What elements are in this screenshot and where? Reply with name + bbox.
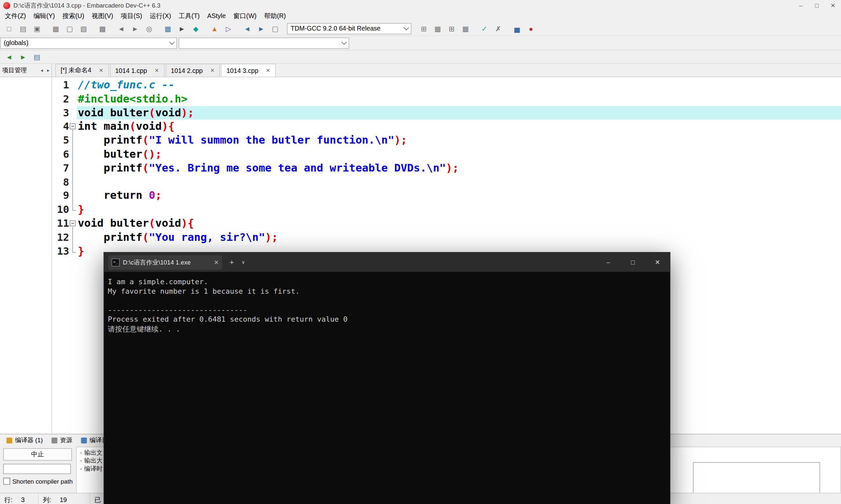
menu-item-6[interactable]: 工具(T) [175, 11, 203, 22]
maximize-button[interactable]: □ [809, 0, 825, 11]
project-panel[interactable] [0, 77, 52, 434]
collapse-marker[interactable]: - [80, 457, 82, 464]
dropdown-arrow-icon[interactable] [401, 23, 411, 34]
menu-item-5[interactable]: 运行(X) [146, 11, 175, 22]
terminal-tab[interactable]: >_ D:\c语言作业\1014 1.exe ✕ [108, 255, 222, 269]
toolbar-left-groups: □▤▣▦▢▧▩◄►◎▦►◆▲▷◄►▢ [2, 22, 287, 35]
dropdown-arrow-icon[interactable] [339, 38, 348, 48]
shorten-path-row: Shorten compiler path [3, 478, 73, 485]
code-line: 7 printf("Yes. Bring me some tea and wri… [52, 161, 841, 175]
editor-tab-0[interactable]: [*] 未命名4✕ [55, 64, 109, 76]
goto-forward-button[interactable]: ► [254, 22, 268, 35]
tab-compiler[interactable]: 编译器 (1) [2, 434, 47, 447]
terminal-output[interactable]: I am a simple.computer.My favorite numbe… [104, 272, 670, 334]
code-text: } [76, 203, 841, 217]
menu-item-3[interactable]: 视图(V) [88, 11, 117, 22]
code-line: 8 [52, 175, 841, 189]
code-line: 9 return 0; [52, 189, 841, 203]
code-token: ); [446, 161, 459, 174]
dropdown-arrow-icon[interactable] [167, 38, 177, 48]
run-button[interactable]: ► [175, 22, 189, 35]
window-layout-2-button[interactable]: ▦ [431, 22, 444, 35]
status-line: 行: 3 [0, 493, 39, 504]
fold-collapse-icon[interactable] [70, 124, 76, 129]
tab-close-icon[interactable]: ✕ [210, 68, 215, 74]
compiler-select[interactable]: TDM-GCC 9.2.0 64-bit Release [287, 23, 411, 34]
rebuild-button[interactable]: ▲ [208, 22, 221, 35]
menu-item-0[interactable]: 文件(Z) [1, 11, 30, 22]
tab-row: 项目管理 ◂ ▸ [*] 未命名4✕1014 1.cpp✕1014 2.cpp✕… [0, 64, 841, 77]
browser-toolbar: ◄►▤ [0, 50, 841, 64]
tab-close-icon[interactable]: ✕ [99, 68, 104, 74]
terminal-maximize-button[interactable]: □ [621, 253, 645, 272]
scroll-left-icon[interactable]: ◂ [39, 68, 46, 73]
browser-forward-button[interactable]: ► [16, 50, 30, 63]
new-file-button[interactable]: □ [2, 22, 16, 35]
browser-list-button[interactable]: ▤ [30, 50, 44, 63]
terminal-line: -------------------------------- [108, 306, 670, 315]
debug-button[interactable]: ▷ [221, 22, 235, 35]
member-select[interactable] [178, 37, 349, 48]
compile-run-button[interactable]: ◆ [189, 22, 202, 35]
new-tab-button[interactable]: + [229, 258, 234, 267]
fold-margin [69, 203, 77, 217]
find-button[interactable]: ◎ [142, 22, 156, 35]
terminal-close-button[interactable]: ✕ [645, 253, 670, 272]
menu-item-8[interactable]: 窗口(W) [230, 11, 261, 22]
menu-item-9[interactable]: 帮助(R) [260, 11, 289, 22]
code-token: printf [78, 134, 143, 146]
save-file-button[interactable]: ▣ [30, 22, 44, 35]
undo-button[interactable]: ◄ [114, 22, 128, 35]
fold-collapse-icon[interactable] [70, 220, 76, 227]
resources-tab-label: 资源 [60, 436, 72, 444]
compiler-progress-field[interactable] [3, 464, 71, 474]
menu-item-7[interactable]: AStyle [203, 11, 229, 22]
minimize-button[interactable]: – [793, 0, 809, 11]
globals-select[interactable]: (globals) [0, 37, 177, 48]
scroll-right-icon[interactable]: ▸ [45, 68, 52, 73]
abort-compilation-button[interactable]: ✗ [491, 22, 505, 35]
abort-button[interactable]: 中止 [3, 448, 72, 461]
window-layout-3-button[interactable]: ⊞ [445, 22, 459, 35]
terminal-tab-close-icon[interactable]: ✕ [214, 258, 219, 266]
editor-tab-1[interactable]: 1014 1.cpp✕ [110, 64, 164, 76]
browser-back-button[interactable]: ◄ [2, 50, 16, 63]
menu-item-2[interactable]: 搜索(U) [58, 11, 88, 22]
close-button[interactable]: ✕ [825, 0, 841, 11]
window-title: D:\c语言作业\1014 3.cpp - Embarcadero Dev-C+… [14, 1, 160, 9]
code-line: 6 bulter(); [52, 147, 841, 161]
close-file-button[interactable]: ▢ [63, 22, 76, 35]
save-all-button[interactable]: ▦ [49, 22, 63, 35]
profile-analysis-button[interactable]: ▅ [510, 22, 524, 35]
terminal-minimize-button[interactable]: – [596, 253, 621, 272]
delete-profiling-button[interactable]: ● [524, 22, 538, 35]
terminal-title-bar[interactable]: >_ D:\c语言作业\1014 1.exe ✕ + ∨ – □ ✕ [104, 253, 670, 272]
code-token: printf [78, 230, 143, 243]
goto-back-button[interactable]: ◄ [240, 22, 254, 35]
editor-tab-2[interactable]: 1014 2.cpp✕ [166, 64, 220, 76]
compile-button[interactable]: ▦ [161, 22, 175, 35]
open-file-button[interactable]: ▤ [16, 22, 30, 35]
tab-resources[interactable]: 资源 [47, 434, 76, 447]
tab-label: 1014 3.cpp [227, 67, 258, 74]
tab-close-icon[interactable]: ✕ [155, 68, 159, 74]
debug-icon: ▷ [226, 25, 231, 32]
redo-button[interactable]: ► [128, 22, 142, 35]
syntax-check-button[interactable]: ✓ [477, 22, 491, 35]
tab-close-icon[interactable]: ✕ [266, 68, 270, 74]
print-button[interactable]: ▩ [95, 22, 109, 35]
collapse-marker[interactable]: - [80, 466, 82, 472]
insert-button[interactable]: ▢ [268, 22, 282, 35]
menu-item-1[interactable]: 编辑(Y) [30, 11, 58, 22]
code-token: void [78, 217, 104, 229]
tab-dropdown-icon[interactable]: ∨ [241, 259, 245, 265]
shorten-path-checkbox[interactable] [3, 478, 10, 485]
window-layout-4-button[interactable]: ▦ [459, 22, 472, 35]
editor-tab-3[interactable]: 1014 3.cpp✕ [221, 64, 276, 76]
terminal-window[interactable]: >_ D:\c语言作业\1014 1.exe ✕ + ∨ – □ ✕ I am … [104, 252, 670, 504]
close-all-button[interactable]: ▧ [76, 22, 90, 35]
menu-item-4[interactable]: 项目(S) [117, 11, 146, 22]
code-token: ); [181, 106, 194, 119]
window-layout-1-button[interactable]: ⊞ [417, 22, 431, 35]
collapse-marker[interactable]: - [80, 449, 82, 456]
